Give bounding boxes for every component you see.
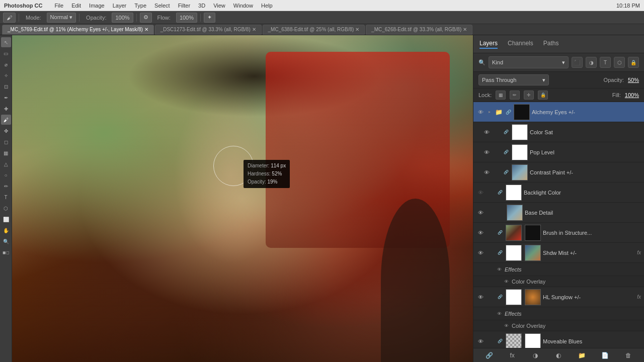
tool-select-rect[interactable]: ▭: [1, 48, 11, 58]
effects-eye-hl-sunglow[interactable]: 👁: [496, 310, 503, 317]
fill-value[interactable]: 100%: [625, 92, 639, 98]
menu-3d[interactable]: 3D: [198, 3, 205, 9]
layer-eye-base-detail[interactable]: 👁: [476, 209, 485, 217]
layer-link-pop-level[interactable]: 🔗: [503, 149, 510, 156]
menu-edit[interactable]: Edit: [71, 3, 81, 9]
tool-pen[interactable]: ✏: [1, 181, 11, 191]
menu-image[interactable]: Image: [89, 3, 105, 9]
lock-pixels-btn[interactable]: ▦: [496, 90, 506, 100]
menu-filter[interactable]: Filter: [178, 3, 190, 9]
pb-link-btn[interactable]: 🔗: [484, 350, 494, 360]
tab-1[interactable]: _DSC1273-Edit.tif @ 33.3% (all, RGB/8) ✕: [155, 25, 262, 35]
layer-eye-moveable-blues[interactable]: 👁: [476, 337, 485, 345]
menu-view[interactable]: View: [213, 3, 225, 9]
layer-moveable-blues[interactable]: 👁 🔗 Moveable Blues: [473, 331, 644, 348]
pb-mask-btn[interactable]: ◑: [530, 350, 540, 360]
pb-group-btn[interactable]: 📁: [577, 350, 587, 360]
opacity-value[interactable]: 100%: [112, 13, 133, 23]
menu-window[interactable]: Window: [233, 3, 253, 9]
layer-eye-backlight-color[interactable]: 👁: [476, 189, 485, 197]
layer-link-brush-structure[interactable]: 🔗: [497, 229, 504, 236]
filter-pixel-icon[interactable]: ⬛: [572, 57, 583, 68]
layer-link-shdw-mist[interactable]: 🔗: [497, 249, 504, 256]
tool-zoom[interactable]: 🔍: [1, 236, 11, 246]
lock-paint-btn[interactable]: ✏: [510, 90, 520, 100]
flow-value[interactable]: 100%: [176, 13, 197, 23]
tab-0[interactable]: _MC_5769-Edit.tif @ 11% (Alchemy Eyes +/…: [2, 25, 154, 35]
layer-link-alchemy-eyes[interactable]: 🔗: [505, 109, 512, 116]
tool-lasso[interactable]: ⌀: [1, 59, 11, 69]
co-eye-shdw-mist[interactable]: 👁: [503, 278, 510, 285]
pb-delete-btn[interactable]: 🗑: [623, 350, 633, 360]
layer-hl-sunglow[interactable]: 👁 🔗 HL Sunglow +/- fx: [473, 287, 644, 307]
tool-heal[interactable]: ✚: [1, 104, 11, 114]
layer-backlight-color[interactable]: 👁 🔗 Backlight Color: [473, 183, 644, 203]
layer-eye-alchemy-eyes[interactable]: 👁: [476, 108, 485, 116]
co-eye-hl-sunglow[interactable]: 👁: [503, 322, 510, 329]
tab-layers[interactable]: Layers: [479, 40, 498, 49]
tool-shape[interactable]: ⬜: [1, 214, 11, 224]
layer-eye-hl-sunglow[interactable]: 👁: [476, 293, 485, 301]
tool-eraser[interactable]: ◻: [1, 137, 11, 147]
layer-pop-level[interactable]: 👁 🔗 Pop Level: [473, 142, 644, 162]
tool-fg-bg[interactable]: ◼◻: [1, 247, 11, 257]
layer-color-sat[interactable]: 👁 🔗 Color Sat: [473, 122, 644, 142]
filter-text-icon[interactable]: T: [600, 57, 611, 68]
layer-link-moveable-blues[interactable]: 🔗: [497, 338, 504, 345]
opacity-value[interactable]: 50%: [628, 77, 639, 83]
layers-list[interactable]: 👁 ▸ 📁 🔗 Alchemy Eyes +/- 👁 🔗 Color Sat 👁…: [473, 102, 644, 348]
tab-paths[interactable]: Paths: [543, 40, 559, 49]
layer-eye-contrast-paint[interactable]: 👁: [482, 168, 491, 176]
layer-eye-color-sat[interactable]: 👁: [482, 128, 491, 136]
tool-clone[interactable]: ✤: [1, 126, 11, 136]
pb-new-btn[interactable]: 📄: [600, 350, 610, 360]
layer-base-detail[interactable]: 👁 Base Detail: [473, 203, 644, 223]
layer-link-color-sat[interactable]: 🔗: [503, 129, 510, 136]
filter-smart-icon[interactable]: 🔒: [628, 57, 639, 68]
tool-text[interactable]: T: [1, 192, 11, 202]
tool-magic-wand[interactable]: ✧: [1, 70, 11, 80]
brush-tool[interactable]: 🖌: [3, 13, 16, 23]
pb-adjust-btn[interactable]: ◐: [553, 350, 564, 360]
tool-hand[interactable]: ✋: [1, 225, 11, 235]
flow-btn[interactable]: ⚙: [140, 13, 152, 23]
canvas-area[interactable]: Diameter: 114 px Hardness: 52% Opacity: …: [12, 35, 473, 362]
tab-2[interactable]: _MC_6388-Edit.tif @ 25% (all, RGB/8) ✕: [263, 25, 365, 35]
filter-adjust-icon[interactable]: ◑: [586, 57, 597, 68]
tab-channels[interactable]: Channels: [508, 40, 533, 49]
kind-dropdown[interactable]: Kind ▾: [489, 56, 569, 68]
layer-brush-structure[interactable]: 👁 🔗 Brush in Structure...: [473, 223, 644, 243]
tool-gradient[interactable]: ▦: [1, 148, 11, 158]
tab-3[interactable]: _MC_6268-Edit.tif @ 33.3% (all, RGB/8) ✕: [366, 25, 472, 35]
tool-brush[interactable]: 🖌: [1, 115, 11, 125]
tool-dodge[interactable]: ○: [1, 170, 11, 180]
menu-help[interactable]: Help: [261, 3, 273, 9]
tool-eyedropper[interactable]: ✒: [1, 93, 11, 103]
layer-shdw-mist[interactable]: 👁 🔗 Shdw Mist +/- fx: [473, 243, 644, 263]
layer-contrast-paint[interactable]: 👁 🔗 Contrast Paint +/-: [473, 162, 644, 183]
layer-alchemy-eyes[interactable]: 👁 ▸ 📁 🔗 Alchemy Eyes +/-: [473, 102, 644, 122]
tool-move[interactable]: ↖: [1, 37, 11, 47]
lock-pos-btn[interactable]: ✛: [524, 90, 534, 100]
layer-eye-shdw-mist[interactable]: 👁: [476, 249, 485, 257]
pb-fx-btn[interactable]: fx: [507, 350, 517, 360]
layer-link-backlight[interactable]: 🔗: [497, 189, 504, 196]
layer-link-hl-sunglow[interactable]: 🔗: [497, 294, 504, 301]
menu-select[interactable]: Select: [154, 3, 170, 9]
tool-path-select[interactable]: ⬡: [1, 203, 11, 213]
layer-expand-alchemy-eyes[interactable]: ▸: [487, 109, 493, 115]
airbrush-btn[interactable]: ✦: [204, 13, 215, 23]
mode-dropdown[interactable]: Normal ▾: [47, 13, 76, 23]
tool-blur[interactable]: △: [1, 159, 11, 169]
menu-file[interactable]: File: [54, 3, 63, 9]
tool-crop[interactable]: ⊡: [1, 81, 11, 92]
lock-all-btn[interactable]: 🔒: [538, 90, 548, 100]
menu-type[interactable]: Type: [134, 3, 146, 9]
layer-link-contrast-paint[interactable]: 🔗: [503, 169, 510, 176]
blend-mode-dropdown[interactable]: Pass Through ▾: [478, 74, 549, 85]
filter-shape-icon[interactable]: ⬡: [614, 57, 625, 68]
menu-layer[interactable]: Layer: [113, 3, 127, 9]
layer-eye-pop-level[interactable]: 👁: [482, 148, 491, 156]
effects-eye-shdw-mist[interactable]: 👁: [496, 266, 503, 273]
layer-eye-brush-structure[interactable]: 👁: [476, 229, 485, 237]
